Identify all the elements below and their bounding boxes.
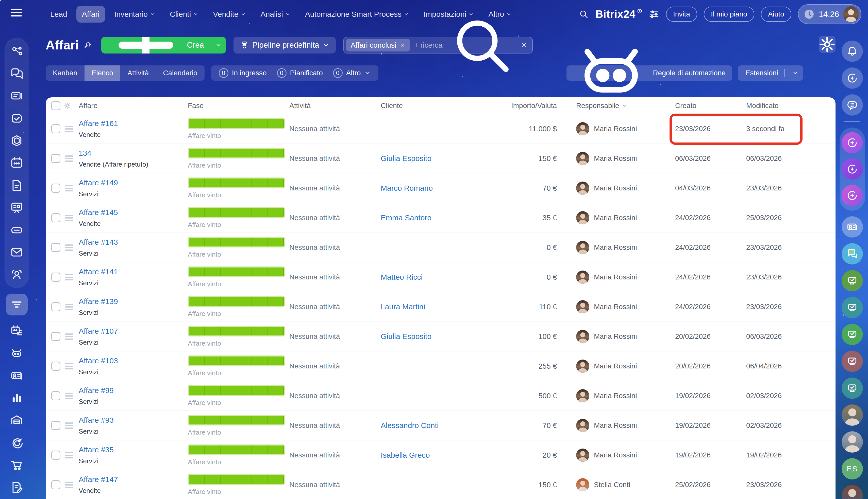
extensions-dropdown[interactable] [789,70,802,76]
tab-attività[interactable]: Attività [120,65,156,81]
client-link[interactable]: Alessandro Conti [381,421,439,429]
view-settings-button[interactable] [819,36,835,53]
task-button[interactable] [842,324,863,345]
client-link[interactable]: Isabella Greco [381,451,430,459]
row-checkbox[interactable] [51,243,60,252]
filter-chip[interactable]: Affari conclusi [346,39,410,51]
messenger-icon[interactable] [10,67,23,81]
drag-handle-icon[interactable] [65,244,73,251]
client-link[interactable]: Marco Romano [381,184,433,192]
row-checkbox[interactable] [51,302,60,312]
messenger-button[interactable] [842,94,863,115]
drag-handle-icon[interactable] [65,423,73,429]
table-row[interactable]: Affare #141Servizi Affare vinto Nessuna … [46,263,835,292]
time-profile-widget[interactable]: 14:26 [798,4,861,24]
drag-handle-icon[interactable] [65,215,73,221]
counter-in-ingresso[interactable]: 0In ingresso [214,68,272,78]
tab-elenco[interactable]: Elenco [84,65,121,81]
responsible-cell[interactable]: Maria Rossini [563,270,675,284]
contact-button[interactable] [842,216,863,238]
stage-progress-bar[interactable] [188,445,285,455]
drag-handle-icon[interactable] [65,363,73,369]
stage-progress-bar[interactable] [188,474,285,485]
table-row[interactable]: Affare #93Servizi Affare vinto Nessuna a… [46,411,835,440]
table-row[interactable]: Affare #147Vendite Affare vinto Nessuna … [46,470,835,499]
stage-progress-bar[interactable] [188,355,285,366]
deal-link[interactable]: Affare #35 [79,446,188,454]
nav-item-clienti[interactable]: Clienti [164,6,204,23]
drag-handle-icon[interactable] [65,185,73,192]
table-row[interactable]: Affare #139Servizi Affare vinto Nessuna … [46,292,835,322]
nav-item-analisi[interactable]: Analisi [255,6,296,23]
pipeline-selector[interactable]: Pipeline predefinita [234,37,336,53]
deal-link[interactable]: Affare #161 [79,119,188,128]
deal-link[interactable]: Affare #145 [79,208,188,217]
warehouse-icon[interactable] [10,414,23,427]
copilot-button[interactable] [842,68,863,89]
copilot-session-button[interactable] [842,132,863,154]
row-checkbox[interactable] [51,272,60,282]
tasks-icon[interactable] [10,112,23,125]
table-row[interactable]: Affare #143Servizi Affare vinto Nessuna … [46,233,835,263]
hamburger-menu-icon[interactable] [11,9,22,19]
calendar-icon[interactable] [10,156,23,170]
responsible-cell[interactable]: Maria Rossini [563,122,675,135]
analytics-icon[interactable] [10,391,23,405]
drag-handle-icon[interactable] [65,156,73,162]
deal-link[interactable]: Affare #147 [79,475,188,484]
chat-button[interactable] [842,243,863,265]
search-filter-bar[interactable]: Affari conclusi + ricerca [343,37,533,53]
drag-handle-icon[interactable] [65,126,73,132]
sliders-icon[interactable] [649,9,659,20]
bitrix24-logo[interactable]: Bitrix24 [595,8,642,20]
column-header-modificato[interactable]: Modificato [746,102,835,110]
responsible-cell[interactable]: Maria Rossini [563,152,675,165]
shop-cart-icon[interactable] [10,459,23,472]
table-row[interactable]: 134Vendite (Affare ripetuto) Affare vint… [46,144,835,173]
user-avatar[interactable] [842,485,863,499]
deal-link[interactable]: Affare #141 [79,268,188,276]
nav-item-inventario[interactable]: Inventario [109,6,160,23]
stage-progress-bar[interactable] [188,415,285,425]
column-header-creato[interactable]: Creato [675,102,746,110]
table-row[interactable]: Affare #145Vendite Affare vinto Nessuna … [46,203,835,233]
create-dropdown-button[interactable] [211,37,226,53]
table-row[interactable]: Affare #107Servizi Affare vinto Nessuna … [46,322,835,351]
deal-link[interactable]: Affare #143 [79,238,188,246]
responsible-cell[interactable]: Stella Conti [563,478,675,491]
deal-link[interactable]: Affare #107 [79,327,188,336]
stage-progress-bar[interactable] [188,237,285,247]
column-header-affare[interactable]: Affare [79,102,188,110]
share-network-icon[interactable] [10,45,23,58]
tab-calendario[interactable]: Calendario [156,65,204,81]
responsible-cell[interactable]: Maria Rossini [563,330,675,343]
column-header-attivita[interactable]: Attività [289,102,381,110]
sites-icon[interactable] [10,134,23,147]
drag-handle-icon[interactable] [65,393,73,399]
task-button[interactable] [842,351,863,372]
pin-icon[interactable] [83,41,92,49]
nav-item-automazione-smart-process[interactable]: Automazione Smart Process [299,6,415,23]
table-row[interactable]: Affare #149Servizi Affare vinto Nessuna … [46,173,835,203]
counter-pianificato[interactable]: 0Pianificato [272,68,328,78]
client-link[interactable]: Laura Martini [381,303,425,311]
drag-handle-icon[interactable] [65,274,73,280]
client-link[interactable]: Emma Santoro [381,214,431,222]
stage-progress-bar[interactable] [188,148,285,158]
stage-progress-bar[interactable] [188,178,285,188]
automation-robot-icon[interactable] [10,347,23,360]
initials-badge[interactable]: ES [842,458,863,479]
nav-item-lead[interactable]: Lead [45,6,73,23]
row-checkbox[interactable] [51,480,60,489]
row-checkbox[interactable] [51,362,60,371]
deal-link[interactable]: Affare #103 [79,356,188,365]
row-checkbox[interactable] [51,421,60,430]
responsible-cell[interactable]: Maria Rossini [563,182,675,195]
table-row[interactable]: Affare #35Servizi Affare vinto Nessuna a… [46,440,835,470]
user-avatar[interactable] [842,431,863,453]
profile-avatar[interactable] [843,6,859,22]
row-checkbox[interactable] [51,213,60,222]
row-checkbox[interactable] [51,451,60,460]
select-all-checkbox[interactable] [51,101,60,110]
deal-link[interactable]: Affare #149 [79,179,188,187]
